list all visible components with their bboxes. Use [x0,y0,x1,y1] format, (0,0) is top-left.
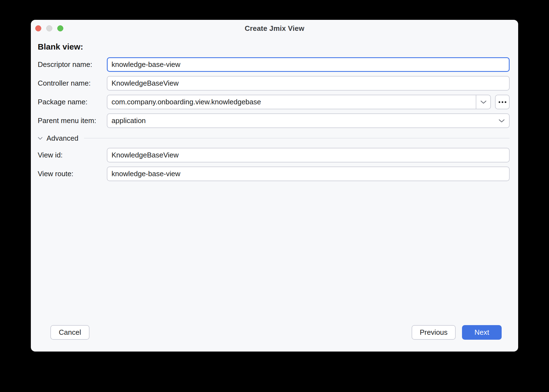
view-id-field [107,148,510,162]
view-route-label: View route: [38,170,107,178]
descriptor-name-row: Descriptor name: [38,57,510,72]
package-name-field [107,95,510,109]
chevron-down-icon [498,119,505,123]
advanced-section-label: Advanced [47,134,78,143]
close-icon[interactable] [35,25,41,31]
view-id-label: View id: [38,151,107,159]
package-name-input[interactable] [107,95,476,109]
controller-name-row: Controller name: [38,76,510,91]
chevron-down-icon [38,137,43,140]
package-dropdown-button[interactable] [476,95,490,109]
dialog-footer: Cancel Previous Next [50,325,502,340]
view-route-row: View route: [38,167,510,181]
view-route-field [107,167,510,181]
parent-menu-item-select[interactable]: application [107,113,510,128]
package-name-combobox[interactable] [107,95,491,109]
descriptor-name-input[interactable] [107,57,510,72]
next-button[interactable]: Next [462,325,502,340]
window-title: Create Jmix View [245,24,305,33]
descriptor-name-label: Descriptor name: [38,60,107,69]
controller-name-field [107,76,510,91]
chevron-down-icon [480,100,487,104]
previous-button[interactable]: Previous [412,325,456,340]
parent-menu-item-value: application [112,116,498,125]
controller-name-label: Controller name: [38,79,107,88]
package-name-row: Package name: [38,95,510,109]
page-title: Blank view: [38,42,83,51]
view-id-row: View id: [38,148,510,162]
cancel-button[interactable]: Cancel [50,325,89,340]
form: Descriptor name: Controller name: Packag… [38,57,510,185]
parent-menu-item-label: Parent menu item: [38,116,107,125]
create-jmix-view-dialog: Create Jmix View Blank view: Descriptor … [31,20,518,352]
window-controls [35,25,63,31]
view-route-input[interactable] [107,167,510,181]
parent-menu-item-field: application [107,113,510,128]
browse-button[interactable] [495,95,510,109]
ellipsis-icon [498,101,507,104]
package-name-label: Package name: [38,98,107,106]
advanced-section-toggle[interactable]: Advanced [38,134,510,142]
descriptor-name-field [107,57,510,72]
view-id-input[interactable] [107,148,510,162]
zoom-icon[interactable] [57,25,63,31]
section-divider [84,138,510,138]
controller-name-input[interactable] [107,76,510,91]
parent-menu-item-row: Parent menu item: application [38,113,510,128]
titlebar: Create Jmix View [31,20,518,37]
minimize-icon [46,25,52,31]
